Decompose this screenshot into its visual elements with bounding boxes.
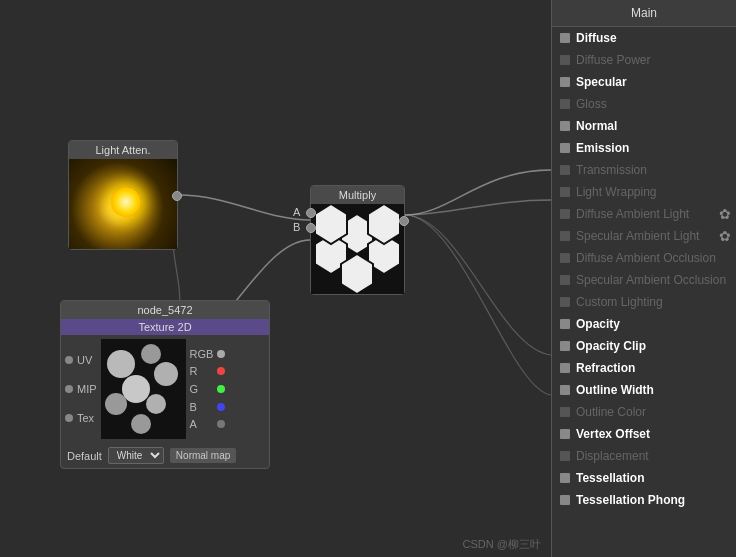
panel-label-2: Specular: [576, 75, 627, 89]
panel-label-10: Diffuse Ambient Occlusion: [576, 251, 716, 265]
port-dot-uv: [65, 356, 73, 364]
panel-item-specular-ambient-occlusion[interactable]: Specular Ambient Occlusion: [552, 269, 736, 291]
node-light-atten-title: Light Atten.: [69, 141, 177, 159]
svg-marker-5: [368, 204, 400, 244]
node-texture2d[interactable]: node_5472 Texture 2D UV MIP Tex: [60, 300, 270, 469]
node-light-atten-preview: [69, 159, 177, 249]
texture-port-g[interactable]: G: [190, 383, 226, 395]
panel-dot-8: [560, 209, 570, 219]
panel-item-specular-ambient-light[interactable]: Specular Ambient Light✿: [552, 225, 736, 247]
watermark: CSDN @柳三叶: [463, 537, 541, 552]
panel-dot-5: [560, 143, 570, 153]
port-label-g: G: [190, 383, 199, 395]
panel-item-outline-color[interactable]: Outline Color: [552, 401, 736, 423]
panel-item-outline-width[interactable]: Outline Width: [552, 379, 736, 401]
panel-label-18: Vertex Offset: [576, 427, 650, 441]
panel-label-13: Opacity: [576, 317, 620, 331]
panel-dot-14: [560, 341, 570, 351]
panel-item-diffuse-ambient-occlusion[interactable]: Diffuse Ambient Occlusion: [552, 247, 736, 269]
panel-dot-15: [560, 363, 570, 373]
panel-item-gloss[interactable]: Gloss: [552, 93, 736, 115]
port-dot-rgb: [217, 350, 225, 358]
panel-item-specular[interactable]: Specular: [552, 71, 736, 93]
port-dot-a: [217, 420, 225, 428]
texture-preview: [101, 339, 186, 439]
panel-item-emission[interactable]: Emission: [552, 137, 736, 159]
multiply-port-out[interactable]: [399, 216, 409, 226]
panel-item-diffuse[interactable]: Diffuse: [552, 27, 736, 49]
panel-dot-0: [560, 33, 570, 43]
panel-dot-4: [560, 121, 570, 131]
texture-left-ports: UV MIP Tex: [65, 339, 97, 439]
panel-label-16: Outline Width: [576, 383, 654, 397]
panel-dot-21: [560, 495, 570, 505]
light-atten-port-right[interactable]: [172, 191, 182, 201]
panel-item-tessellation-phong[interactable]: Tessellation Phong: [552, 489, 736, 511]
panel-item-tessellation[interactable]: Tessellation: [552, 467, 736, 489]
texture-port-mip[interactable]: MIP: [65, 383, 97, 395]
multiply-port-b-label: B: [293, 221, 300, 233]
multiply-port-a-label: A: [293, 206, 300, 218]
texture-port-tex[interactable]: Tex: [65, 412, 97, 424]
panel-items-container: DiffuseDiffuse PowerSpecularGlossNormalE…: [552, 27, 736, 511]
panel-label-14: Opacity Clip: [576, 339, 646, 353]
panel-dot-1: [560, 55, 570, 65]
panel-item-displacement[interactable]: Displacement: [552, 445, 736, 467]
texture-bottom: Default White Normal map: [61, 443, 269, 468]
light-sun-icon: [111, 187, 141, 217]
panel-item-transmission[interactable]: Transmission: [552, 159, 736, 181]
panel-dot-11: [560, 275, 570, 285]
panel-label-8: Diffuse Ambient Light: [576, 207, 689, 221]
panel-dot-6: [560, 165, 570, 175]
svg-marker-3: [341, 254, 373, 294]
svg-point-7: [107, 350, 135, 378]
multiply-port-b[interactable]: [306, 223, 316, 233]
node-multiply-preview: [311, 204, 404, 294]
panel-label-5: Emission: [576, 141, 629, 155]
port-label-mip: MIP: [77, 383, 97, 395]
panel-item-diffuse-power[interactable]: Diffuse Power: [552, 49, 736, 71]
panel-dot-7: [560, 187, 570, 197]
panel-label-15: Refraction: [576, 361, 635, 375]
svg-point-13: [131, 414, 151, 434]
texture-port-a[interactable]: A: [190, 418, 226, 430]
node-light-atten[interactable]: Light Atten.: [68, 140, 178, 250]
panel-item-diffuse-ambient-light[interactable]: Diffuse Ambient Light✿: [552, 203, 736, 225]
port-dot-mip: [65, 385, 73, 393]
panel-label-0: Diffuse: [576, 31, 617, 45]
texture-port-b[interactable]: B: [190, 401, 226, 413]
panel-dot-9: [560, 231, 570, 241]
panel-dot-12: [560, 297, 570, 307]
texture-default-label: Default: [67, 450, 102, 462]
canvas-area: Light Atten. Multiply A B no: [0, 0, 736, 557]
panel-label-21: Tessellation Phong: [576, 493, 685, 507]
multiply-port-a[interactable]: [306, 208, 316, 218]
panel-item-custom-lighting[interactable]: Custom Lighting: [552, 291, 736, 313]
port-label-uv: UV: [77, 354, 92, 366]
panel-label-6: Transmission: [576, 163, 647, 177]
panel-label-17: Outline Color: [576, 405, 646, 419]
panel-bee-icon-8: ✿: [719, 206, 731, 222]
svg-point-10: [122, 375, 150, 403]
panel-item-opacity-clip[interactable]: Opacity Clip: [552, 335, 736, 357]
panel-item-vertex-offset[interactable]: Vertex Offset: [552, 423, 736, 445]
texture-port-r[interactable]: R: [190, 365, 226, 377]
port-dot-r: [217, 367, 225, 375]
panel-dot-18: [560, 429, 570, 439]
node-multiply[interactable]: Multiply A B: [310, 185, 405, 295]
svg-point-12: [146, 394, 166, 414]
svg-marker-4: [315, 204, 347, 244]
panel-item-opacity[interactable]: Opacity: [552, 313, 736, 335]
panel-item-refraction[interactable]: Refraction: [552, 357, 736, 379]
texture-default-select[interactable]: White: [108, 447, 164, 464]
panel-label-4: Normal: [576, 119, 617, 133]
panel-item-normal[interactable]: Normal: [552, 115, 736, 137]
node-texture2d-body: UV MIP Tex: [61, 335, 269, 443]
port-label-tex: Tex: [77, 412, 94, 424]
texture-port-rgb[interactable]: RGB: [190, 348, 226, 360]
panel-dot-3: [560, 99, 570, 109]
texture-port-uv[interactable]: UV: [65, 354, 97, 366]
texture-right-ports: RGB R G B A: [190, 339, 226, 439]
panel-item-light-wrapping[interactable]: Light Wrapping: [552, 181, 736, 203]
panel-label-1: Diffuse Power: [576, 53, 650, 67]
